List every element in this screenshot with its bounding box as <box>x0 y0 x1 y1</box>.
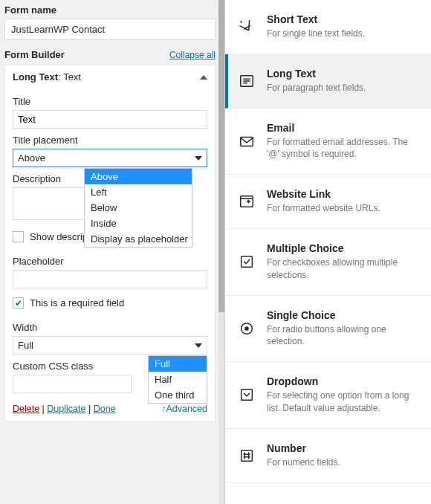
field-type-desc: For checkboxes allowing multiple selecti… <box>267 256 421 282</box>
field-type-title: Number <box>267 442 421 454</box>
done-link[interactable]: Done <box>94 404 116 414</box>
field-type-desc: For radio buttons allowing one selection… <box>267 323 421 349</box>
width-dropdown: Full Half One third <box>148 355 207 404</box>
width-select[interactable]: Full <box>13 336 207 355</box>
dropdown-icon <box>239 387 255 403</box>
long-text-icon <box>239 73 255 89</box>
field-type-desc: For numeric fields. <box>267 456 421 469</box>
form-builder-panel: Form name Form Builder Collapse all Long… <box>0 0 225 504</box>
field-type-single-choice[interactable]: Single Choice For radio buttons allowing… <box>225 296 431 363</box>
form-name-input[interactable] <box>4 19 216 40</box>
width-option-onethird[interactable]: One third <box>149 387 207 403</box>
advanced-toggle[interactable]: ↑Advanced <box>161 404 207 414</box>
placeholder-input[interactable] <box>13 270 207 288</box>
field-type-label: Long Text <box>13 71 58 83</box>
required-checkbox-label: This is a required field <box>30 297 124 308</box>
svg-rect-3 <box>242 256 253 268</box>
link-icon <box>239 193 255 210</box>
field-type-website[interactable]: Website Link For formatted website URLs. <box>225 175 431 229</box>
width-label: Width <box>13 322 207 333</box>
title-placement-label: Title placement <box>13 135 207 146</box>
radio-icon <box>239 320 255 337</box>
field-type-title: Short Text <box>267 13 421 25</box>
width-option-full[interactable]: Full <box>149 356 207 372</box>
field-type-short-text[interactable]: Short Text For single line text fields. <box>225 0 431 54</box>
width-option-half[interactable]: Half <box>149 372 207 387</box>
title-placement-value: Above <box>18 152 45 164</box>
field-types-panel: Short Text For single line text fields. … <box>225 0 431 504</box>
field-type-multiple-choice[interactable]: Multiple Choice For checkboxes allowing … <box>225 229 431 296</box>
chevron-down-icon <box>195 343 202 348</box>
collapse-card-icon[interactable] <box>200 75 207 80</box>
form-name-label: Form name <box>4 4 216 16</box>
left-scrollbar-track[interactable] <box>218 0 224 504</box>
field-type-email[interactable]: Email For formatted email addresses. The… <box>225 109 431 175</box>
title-placement-dropdown: Above Left Below Inside Display as place… <box>84 168 192 248</box>
chevron-down-icon <box>195 156 202 161</box>
svg-rect-7 <box>242 450 253 461</box>
svg-rect-2 <box>241 196 253 207</box>
width-select-value: Full <box>18 340 33 351</box>
tooltip-checkbox[interactable] <box>13 231 24 242</box>
field-type-title: Multiple Choice <box>267 242 421 254</box>
field-type-long-text[interactable]: Long Text For paragraph text fields. <box>225 54 431 109</box>
field-type-desc: For selecting one option from a long lis… <box>267 390 421 415</box>
left-scrollbar-thumb[interactable] <box>218 0 224 312</box>
checkbox-icon <box>239 253 255 270</box>
field-title-suffix: Text <box>63 71 81 83</box>
collapse-all-link[interactable]: Collapse all <box>169 50 216 60</box>
card-actions: Delete | Duplicate | Done <box>13 404 116 414</box>
title-input[interactable] <box>13 110 207 129</box>
field-type-title: Email <box>267 122 421 134</box>
field-type-desc: For paragraph text fields. <box>267 82 421 94</box>
field-type-desc: For single line text fields. <box>267 28 421 40</box>
field-type-title: Dropdown <box>267 375 421 387</box>
form-builder-heading: Form Builder <box>4 49 65 60</box>
placement-option-placeholder[interactable]: Display as placeholder <box>85 231 192 247</box>
placement-option-above[interactable]: Above <box>85 169 192 184</box>
placement-option-below[interactable]: Below <box>85 200 192 216</box>
placeholder-label: Placeholder <box>13 256 207 267</box>
field-card: Long Text: Text Title Title placement Ab… <box>4 65 216 422</box>
field-type-dropdown[interactable]: Dropdown For selecting one option from a… <box>225 362 431 429</box>
css-class-input[interactable] <box>13 375 132 393</box>
svg-rect-6 <box>242 390 253 401</box>
field-type-desc: For formatted email addresses. The '@' s… <box>267 136 421 161</box>
placement-option-left[interactable]: Left <box>85 184 192 200</box>
short-text-icon <box>239 19 255 35</box>
number-icon <box>239 448 255 464</box>
field-type-number[interactable]: Number For numeric fields. <box>225 429 431 483</box>
field-type-title: Single Choice <box>267 309 421 321</box>
title-placement-select[interactable]: Above <box>13 149 207 167</box>
delete-link[interactable]: Delete <box>13 404 39 414</box>
placement-option-inside[interactable]: Inside <box>85 216 192 231</box>
svg-point-5 <box>244 326 249 331</box>
field-card-title: Long Text: Text <box>13 71 81 83</box>
title-label: Title <box>13 96 207 107</box>
required-checkbox[interactable]: ✔ <box>13 297 24 308</box>
field-type-title: Website Link <box>267 188 421 200</box>
required-checkbox-row[interactable]: ✔ This is a required field <box>13 297 207 308</box>
email-icon <box>239 133 255 149</box>
duplicate-link[interactable]: Duplicate <box>47 404 85 414</box>
field-type-title: Long Text <box>267 68 421 80</box>
svg-rect-1 <box>241 137 253 146</box>
field-type-desc: For formatted website URLs. <box>267 202 421 215</box>
